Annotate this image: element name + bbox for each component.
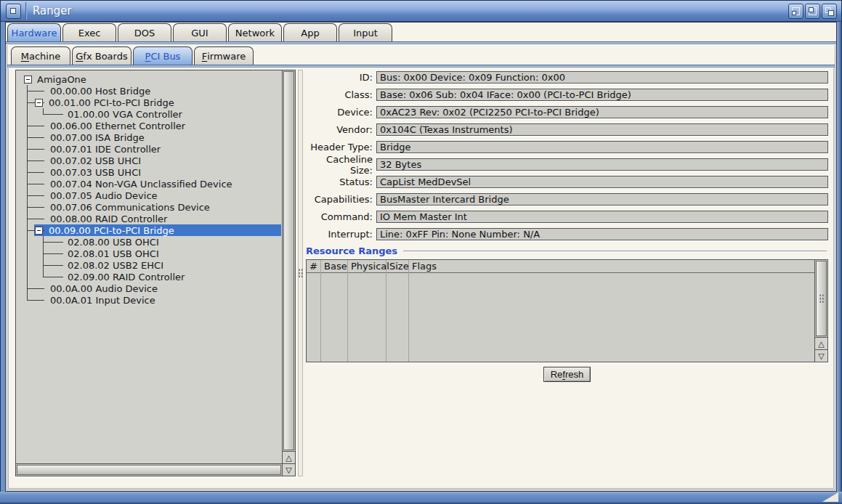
tree-selection: 00.09.00 PCI-to-PCI Bridge xyxy=(34,224,281,236)
table-scroll-down-button[interactable]: ▽ xyxy=(815,349,827,362)
tree-connector xyxy=(17,131,44,143)
tab-label: GUI xyxy=(191,28,208,38)
tree-item[interactable]: 00.07.00 ISA Bridge xyxy=(17,131,281,143)
table-scroll-up-button[interactable]: △ xyxy=(815,337,827,349)
panel-splitter[interactable] xyxy=(298,70,303,476)
tree-item[interactable]: 01.00.00 VGA Controller xyxy=(17,108,281,120)
splitter-grip-icon xyxy=(298,269,303,278)
field-value: IO Mem Master Int xyxy=(376,211,828,223)
main-tab-bar: HardwareExecDOSGUINetworkAppInput xyxy=(7,23,394,41)
tree-vscroll-thumb[interactable] xyxy=(283,71,294,450)
tree-item[interactable]: 00.01.00 PCI-to-PCI Bridge xyxy=(17,97,281,108)
tab-machine[interactable]: Machine xyxy=(11,46,70,65)
app-window: Ranger HardwareExecDOSGUINetworkAppInput xyxy=(0,0,842,504)
tree-item[interactable]: 00.07.02 USB UHCI xyxy=(17,155,281,166)
device-tree: AmigaOne00.00.00 Host Bridge00.01.00 PCI… xyxy=(17,71,281,463)
tree-connector xyxy=(17,236,33,248)
window-content: HardwareExecDOSGUINetworkAppInput Machin… xyxy=(5,22,837,492)
table-vertical-scrollbar[interactable]: △ ▽ xyxy=(814,260,827,362)
column-header: Size xyxy=(386,260,408,273)
tab-network[interactable]: Network xyxy=(228,23,282,41)
page-border-top xyxy=(6,41,836,44)
tree-connector xyxy=(17,143,44,155)
tab-hardware[interactable]: Hardware xyxy=(7,23,61,41)
tree-expander-icon[interactable] xyxy=(24,76,32,84)
titlebar[interactable]: Ranger xyxy=(1,1,841,22)
field-row: Capabilities:BusMaster Intercard Bridge xyxy=(306,193,828,206)
tree-item[interactable]: 02.08.00 USB OHCI xyxy=(17,236,281,248)
table-vscroll-thumb[interactable] xyxy=(816,261,827,336)
tab-app[interactable]: App xyxy=(283,23,337,41)
tree-connector xyxy=(17,259,33,271)
column-header: # xyxy=(307,260,320,273)
tree-item[interactable]: 00.08.00 RAID Controller xyxy=(17,213,281,224)
iconify-button[interactable] xyxy=(788,4,803,19)
tree-item[interactable]: 00.09.00 PCI-to-PCI Bridge xyxy=(17,224,281,236)
field-label: Command: xyxy=(306,211,373,222)
depth-button[interactable] xyxy=(822,4,837,19)
resource-ranges-group: Resource Ranges xyxy=(306,245,828,256)
tree-connector xyxy=(17,294,44,306)
field-row: ID:Bus: 0x00 Device: 0x09 Function: 0x00 xyxy=(306,71,828,84)
tree-expander-icon[interactable] xyxy=(35,99,43,107)
tree-hscroll-thumb[interactable] xyxy=(17,465,281,475)
group-title: Resource Ranges xyxy=(306,245,397,256)
table-column: Size xyxy=(386,260,409,362)
refresh-button[interactable]: Refresh xyxy=(543,367,591,382)
tree-item[interactable]: 00.06.00 Ethernet Controller xyxy=(17,120,281,131)
tab-firmware[interactable]: Firmware xyxy=(194,46,254,65)
tree-item[interactable]: 02.08.01 USB OHCI xyxy=(17,248,281,259)
tree-item-label: 01.00.00 VGA Controller xyxy=(68,109,182,120)
tree-item[interactable]: AmigaOne xyxy=(17,73,281,85)
tree-item[interactable]: 00.07.05 Audio Device xyxy=(17,190,281,201)
tree-item[interactable]: 00.07.03 USB UHCI xyxy=(17,166,281,178)
zoom-button[interactable] xyxy=(805,4,820,19)
tree-item[interactable]: 00.00.00 Host Bridge xyxy=(17,85,281,97)
field-value: 32 Bytes xyxy=(376,158,828,171)
tab-pci-bus[interactable]: PCI Bus xyxy=(133,46,193,65)
tree-item[interactable]: 02.08.02 USB2 EHCI xyxy=(17,259,281,271)
tree-connector xyxy=(17,166,44,178)
tree-item-label: 00.07.02 USB UHCI xyxy=(50,155,141,166)
tree-item[interactable]: 00.0A.00 Audio Device xyxy=(17,283,281,294)
tree-item[interactable]: 02.09.00 RAID Controller xyxy=(17,271,281,283)
tree-expander-icon[interactable] xyxy=(35,227,43,235)
field-row: Cacheline Size:32 Bytes xyxy=(306,158,828,171)
field-label: Vendor: xyxy=(306,124,373,135)
tab-input[interactable]: Input xyxy=(339,23,392,41)
resize-handle[interactable] xyxy=(822,492,838,502)
tree-connector xyxy=(17,190,44,201)
tree-horizontal-scrollbar[interactable] xyxy=(16,463,282,476)
tree-item-label: 00.07.05 Audio Device xyxy=(50,190,158,201)
scroll-up-icon: △ xyxy=(286,454,291,462)
tree-connector xyxy=(33,236,63,248)
tab-gfx-boards[interactable]: Gfx Boards xyxy=(72,46,131,65)
tree-vertical-scrollbar[interactable]: △ ▽ xyxy=(282,70,295,476)
close-button[interactable] xyxy=(6,4,21,19)
tree-item[interactable]: 00.07.04 Non-VGA Unclassified Device xyxy=(17,178,281,190)
table-column: Flags xyxy=(409,260,814,362)
table-column: # xyxy=(307,260,321,362)
tree-connector xyxy=(33,271,63,283)
tree-item-label: AmigaOne xyxy=(37,74,86,85)
tree-item[interactable]: 00.07.06 Communications Device xyxy=(17,201,281,213)
tree-connector xyxy=(17,108,33,120)
field-row: Interrupt:Line: 0xFF Pin: None Number: N… xyxy=(306,228,828,240)
tree-scroll-up-button[interactable]: △ xyxy=(283,451,295,463)
tree-connector xyxy=(17,248,33,259)
tab-label-part: CI Bus xyxy=(150,51,180,62)
field-label: Status: xyxy=(306,176,373,187)
tab-label: DOS xyxy=(134,28,155,38)
tab-gui[interactable]: GUI xyxy=(173,23,227,41)
thumb-grip-icon xyxy=(819,294,824,304)
field-label: Capabilities: xyxy=(306,194,373,205)
field-value: Base: 0x06 Sub: 0x04 IFace: 0x00 (PCI-to… xyxy=(376,89,828,101)
tree-scroll-down-button[interactable]: ▽ xyxy=(283,463,295,476)
tab-exec[interactable]: Exec xyxy=(62,23,116,41)
tree-item-label: 00.07.06 Communications Device xyxy=(50,202,210,213)
tree-item[interactable]: 00.0A.01 Input Device xyxy=(17,294,281,306)
tab-label-part: P xyxy=(145,51,151,62)
tree-item[interactable]: 00.07.01 IDE Controller xyxy=(17,143,281,155)
tree-item-label: 00.08.00 RAID Controller xyxy=(50,214,167,224)
tab-dos[interactable]: DOS xyxy=(118,23,171,41)
